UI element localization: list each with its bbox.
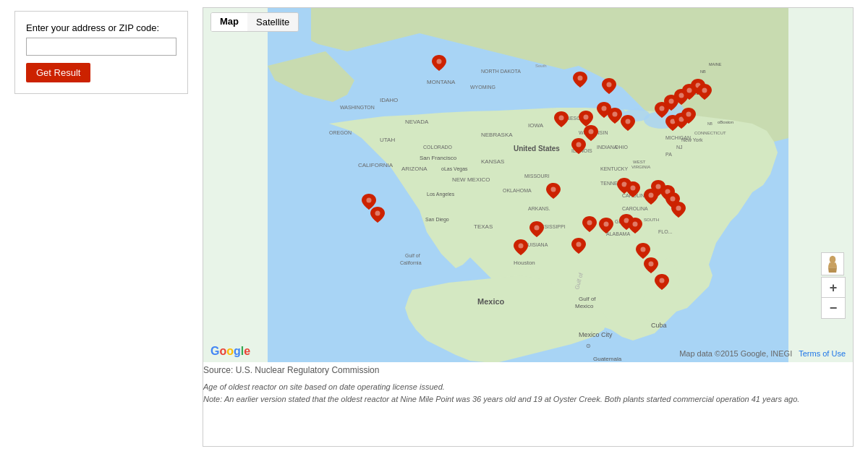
svg-point-98: [702, 88, 707, 93]
svg-point-144: [649, 262, 654, 267]
street-view-button[interactable]: [821, 252, 844, 275]
svg-point-72: [578, 76, 583, 81]
svg-text:United States: United States: [514, 145, 560, 153]
app-container: Enter your address or ZIP code: Get Resu…: [0, 0, 868, 454]
svg-point-132: [676, 206, 681, 211]
svg-point-80: [589, 129, 594, 134]
svg-text:OREGON: OREGON: [329, 130, 352, 135]
svg-point-82: [602, 106, 607, 111]
footnote-line2: Note: An earlier version stated that the…: [203, 393, 853, 406]
map-data-text: Map data ©2015 Google, INEGI Terms of Us…: [679, 349, 846, 358]
svg-point-134: [587, 220, 592, 226]
svg-text:Gulf of: Gulf of: [579, 296, 596, 302]
svg-text:Los Angeles: Los Angeles: [427, 192, 455, 197]
svg-text:KENTUCKY: KENTUCKY: [600, 166, 628, 171]
svg-text:OHIO: OHIO: [615, 145, 628, 150]
svg-point-70: [437, 59, 442, 64]
svg-text:KANSAS: KANSAS: [481, 158, 504, 165]
address-label: Enter your address or ZIP code:: [26, 22, 176, 33]
svg-text:CALIFORNIA: CALIFORNIA: [358, 162, 393, 168]
svg-text:NORTH DAKOTA: NORTH DAKOTA: [481, 69, 521, 74]
svg-point-104: [686, 112, 692, 117]
svg-point-94: [687, 88, 692, 93]
svg-text:IOWA: IOWA: [528, 122, 544, 129]
svg-point-126: [604, 222, 609, 227]
terms-link[interactable]: Terms of Use: [799, 349, 846, 358]
svg-text:MAINE: MAINE: [709, 62, 722, 67]
svg-point-130: [633, 222, 638, 227]
svg-text:South: South: [535, 64, 547, 68]
svg-text:Mexico: Mexico: [477, 297, 505, 306]
svg-text:NEW MEXICO: NEW MEXICO: [452, 176, 490, 183]
source-text: Source: U.S. Nuclear Regulatory Commissi…: [203, 365, 853, 375]
svg-point-142: [641, 247, 646, 252]
svg-point-76: [559, 116, 564, 121]
svg-text:MONTANA: MONTANA: [427, 79, 456, 85]
svg-text:San Francisco: San Francisco: [420, 155, 457, 161]
svg-text:OKLAHOMA: OKLAHOMA: [503, 188, 532, 193]
svg-text:New York: New York: [681, 137, 703, 142]
svg-text:COLORADO: COLORADO: [423, 145, 453, 150]
zoom-controls: + −: [821, 277, 846, 319]
svg-text:NB: NB: [700, 69, 706, 74]
footnote-line1: Age of oldest reactor on site based on d…: [203, 381, 853, 393]
zoom-out-button[interactable]: −: [822, 298, 845, 318]
svg-text:Gulf of: Gulf of: [405, 253, 420, 258]
tab-map[interactable]: Map: [211, 13, 247, 31]
svg-point-118: [656, 184, 661, 189]
svg-text:NJ: NJ: [676, 145, 683, 150]
svg-text:SOUTH: SOUTH: [644, 218, 659, 222]
svg-point-86: [626, 119, 631, 124]
svg-text:WASHINGTON: WASHINGTON: [340, 105, 375, 110]
svg-text:UTAH: UTAH: [380, 137, 395, 143]
svg-point-74: [607, 82, 612, 87]
svg-text:IDAHO: IDAHO: [380, 97, 398, 103]
google-attribution: Google: [210, 345, 250, 358]
map-tabs: Map Satellite: [210, 12, 299, 32]
svg-text:ARKANS.: ARKANS.: [528, 206, 550, 211]
svg-point-112: [551, 187, 556, 192]
svg-text:California: California: [400, 260, 422, 265]
map-area: Map Satellite: [203, 7, 854, 447]
sidebar: Enter your address or ZIP code: Get Resu…: [14, 11, 188, 94]
svg-point-106: [576, 142, 582, 147]
svg-text:WYOMING: WYOMING: [470, 85, 495, 90]
svg-text:Mexico: Mexico: [575, 303, 594, 309]
svg-point-124: [649, 193, 654, 198]
svg-text:oBoston: oBoston: [718, 120, 733, 124]
map-svg: MONTANA NORTH DAKOTA South IDAHO NEVADA …: [203, 8, 853, 362]
svg-point-92: [679, 93, 684, 98]
svg-point-146: [660, 278, 665, 283]
zoom-in-button[interactable]: +: [822, 278, 845, 298]
svg-point-90: [669, 99, 674, 104]
svg-text:⊙: ⊙: [586, 343, 591, 349]
svg-point-108: [367, 198, 372, 203]
svg-text:Mexico City: Mexico City: [579, 331, 613, 338]
svg-text:Cuba: Cuba: [651, 322, 667, 329]
svg-text:WEST: WEST: [633, 160, 646, 164]
svg-text:FLO...: FLO...: [658, 229, 673, 234]
svg-point-78: [584, 115, 589, 120]
svg-text:ARIZONA: ARIZONA: [401, 166, 427, 172]
top-row: Enter your address or ZIP code: Get Resu…: [14, 7, 854, 447]
svg-point-147: [830, 256, 836, 263]
footer-notes: Age of oldest reactor on site based on d…: [203, 381, 853, 405]
svg-text:CAROLINA: CAROLINA: [622, 206, 648, 211]
svg-text:NB: NB: [707, 121, 713, 126]
svg-text:San Diego: San Diego: [425, 217, 449, 223]
svg-text:PA: PA: [665, 152, 672, 157]
svg-point-140: [519, 244, 524, 249]
svg-text:TEXAS: TEXAS: [474, 223, 493, 230]
svg-text:Houston: Houston: [514, 260, 535, 266]
svg-text:MISSOURI: MISSOURI: [524, 174, 550, 179]
svg-text:ALABAMA: ALABAMA: [606, 231, 630, 236]
tab-satellite[interactable]: Satellite: [247, 13, 298, 31]
svg-text:NEVADA: NEVADA: [405, 119, 429, 125]
address-input[interactable]: [26, 38, 176, 56]
svg-point-110: [375, 211, 380, 216]
svg-text:oLas Vegas: oLas Vegas: [441, 166, 468, 172]
map-container[interactable]: Map Satellite: [203, 8, 853, 362]
google-logo: Google: [210, 345, 250, 358]
svg-text:VIRGINIA: VIRGINIA: [631, 165, 650, 169]
get-result-button[interactable]: Get Result: [26, 63, 90, 82]
